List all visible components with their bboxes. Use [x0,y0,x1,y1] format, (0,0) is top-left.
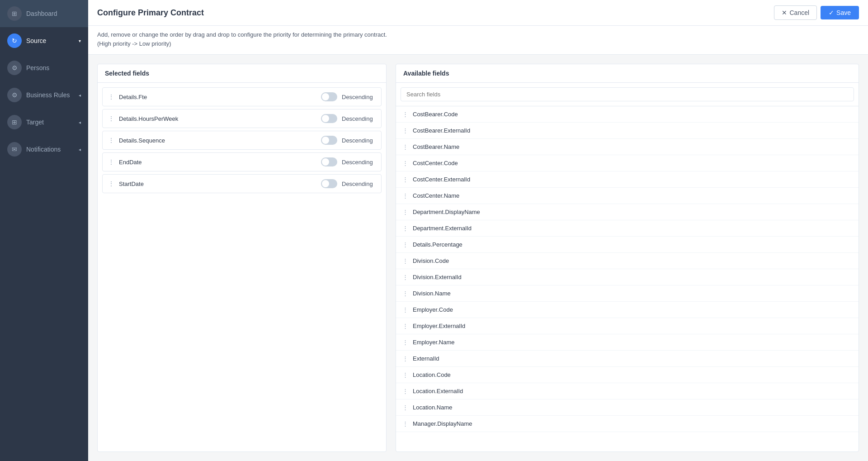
sidebar-item-label: Source [26,37,46,44]
list-item[interactable]: ⋮ Manager.DisplayName [396,416,859,432]
sub-header: Add, remove or change the order by drag … [88,26,868,55]
descending-toggle[interactable] [321,92,337,101]
table-row[interactable]: ⋮ Details.HoursPerWeek Descending [102,109,382,128]
toggle-container: Descending [321,179,376,188]
page-header: Configure Primary Contract ✕ Cancel ✓ Sa… [88,0,868,26]
drag-dot-icon: ⋮ [402,306,408,313]
check-icon: ✓ [829,9,834,16]
descending-label: Descending [342,94,376,100]
list-item[interactable]: ⋮ CostCenter.Name [396,188,859,204]
descending-toggle[interactable] [321,179,337,188]
drag-dot-icon: ⋮ [402,404,408,411]
available-field-name: Location.Code [413,371,451,378]
list-item[interactable]: ⋮ Employer.ExternalId [396,318,859,334]
available-fields-panel: Available fields ⋮ CostBearer.Code ⋮ Cos… [396,64,859,452]
field-name: EndDate [119,159,321,166]
table-row[interactable]: ⋮ Details.Fte Descending [102,87,382,106]
drag-dot-icon: ⋮ [402,127,408,134]
available-fields-list: ⋮ CostBearer.Code ⋮ CostBearer.ExternalI… [396,106,859,451]
sidebar-item-target[interactable]: ⊞ Target ◂ [0,109,88,136]
available-field-name: CostBearer.ExternalId [413,127,470,134]
target-icon: ⊞ [7,115,22,129]
description-line2: (High priority -> Low priority) [97,39,859,48]
list-item[interactable]: ⋮ ExternalId [396,351,859,367]
sidebar-item-source[interactable]: ↻ Source ▾ [0,27,88,54]
available-field-name: Employer.Name [413,339,454,346]
drag-dot-icon: ⋮ [402,192,408,199]
available-field-name: Department.DisplayName [413,209,480,215]
available-field-name: Division.Name [413,290,451,297]
header-actions: ✕ Cancel ✓ Save [774,5,859,20]
table-row[interactable]: ⋮ EndDate Descending [102,152,382,171]
descending-label: Descending [342,115,376,122]
available-field-name: Employer.Code [413,306,453,313]
toggle-container: Descending [321,114,376,123]
save-button[interactable]: ✓ Save [821,6,859,19]
list-item[interactable]: ⋮ Department.DisplayName [396,204,859,220]
list-item[interactable]: ⋮ Division.Code [396,253,859,269]
list-item[interactable]: ⋮ Details.Percentage [396,237,859,253]
drag-dot-icon: ⋮ [402,257,408,264]
table-row[interactable]: ⋮ Details.Sequence Descending [102,131,382,150]
descending-toggle[interactable] [321,114,337,123]
sidebar-item-dashboard[interactable]: ⊞ Dashboard [0,0,88,27]
list-item[interactable]: ⋮ Department.ExternalId [396,220,859,237]
drag-dot-icon: ⋮ [402,176,408,183]
selected-fields-title: Selected fields [98,64,386,83]
page-title: Configure Primary Contract [97,8,204,18]
toggle-container: Descending [321,136,376,145]
list-item[interactable]: ⋮ Division.ExternalId [396,269,859,285]
cancel-button[interactable]: ✕ Cancel [774,5,817,20]
list-item[interactable]: ⋮ Employer.Name [396,334,859,351]
drag-dot-icon: ⋮ [402,339,408,346]
available-field-name: Employer.ExternalId [413,323,465,329]
description-line1: Add, remove or change the order by drag … [97,30,859,39]
list-item[interactable]: ⋮ CostCenter.Code [396,155,859,171]
list-item[interactable]: ⋮ Location.Name [396,399,859,416]
field-name: Details.Fte [119,94,321,100]
list-item[interactable]: ⋮ Location.Code [396,367,859,383]
main-content: Configure Primary Contract ✕ Cancel ✓ Sa… [88,0,868,461]
field-name: Details.HoursPerWeek [119,115,321,122]
list-item[interactable]: ⋮ Employer.Code [396,302,859,318]
drag-dot-icon: ⋮ [402,111,408,118]
drag-dot-icon: ⋮ [402,241,408,248]
sidebar-item-notifications[interactable]: ✉ Notifications ◂ [0,136,88,163]
drag-handle-icon: ⋮ [108,158,114,166]
drag-dot-icon: ⋮ [402,355,408,362]
drag-handle-icon: ⋮ [108,93,114,100]
drag-handle-icon: ⋮ [108,180,114,187]
descending-toggle[interactable] [321,157,337,166]
list-item[interactable]: ⋮ CostCenter.ExternalId [396,171,859,188]
business-rules-icon: ⚙ [7,88,22,102]
available-fields-title: Available fields [396,64,859,83]
descending-toggle[interactable] [321,136,337,145]
drag-dot-icon: ⋮ [402,371,408,378]
sidebar-item-business-rules[interactable]: ⚙ Business Rules ◂ [0,81,88,109]
drag-handle-icon: ⋮ [108,115,114,122]
available-field-name: CostBearer.Name [413,143,459,150]
drag-dot-icon: ⋮ [402,274,408,280]
search-input[interactable] [401,87,854,101]
list-item[interactable]: ⋮ CostBearer.Code [396,106,859,123]
available-field-name: CostBearer.Code [413,111,458,118]
chevron-left-icon: ◂ [79,120,81,125]
field-name: Details.Sequence [119,137,321,144]
source-icon: ↻ [7,33,22,48]
list-item[interactable]: ⋮ Location.ExternalId [396,383,859,399]
available-field-name: Location.Name [413,404,452,411]
list-item[interactable]: ⋮ CostBearer.ExternalId [396,123,859,139]
sidebar-item-persons[interactable]: ⚙ Persons [0,54,88,81]
drag-handle-icon: ⋮ [108,137,114,144]
selected-fields-panel: Selected fields ⋮ Details.Fte Descending… [97,64,387,452]
table-row[interactable]: ⋮ StartDate Descending [102,174,382,193]
list-item[interactable]: ⋮ CostBearer.Name [396,139,859,155]
available-field-name: Location.ExternalId [413,388,463,394]
chevron-down-icon: ▾ [79,38,81,43]
selected-fields-list: ⋮ Details.Fte Descending ⋮ Details.Hours… [98,83,386,198]
descending-label: Descending [342,159,376,166]
close-icon: ✕ [782,9,787,16]
notifications-icon: ✉ [7,142,22,157]
list-item[interactable]: ⋮ Division.Name [396,285,859,302]
sidebar-item-label: Dashboard [26,10,57,17]
